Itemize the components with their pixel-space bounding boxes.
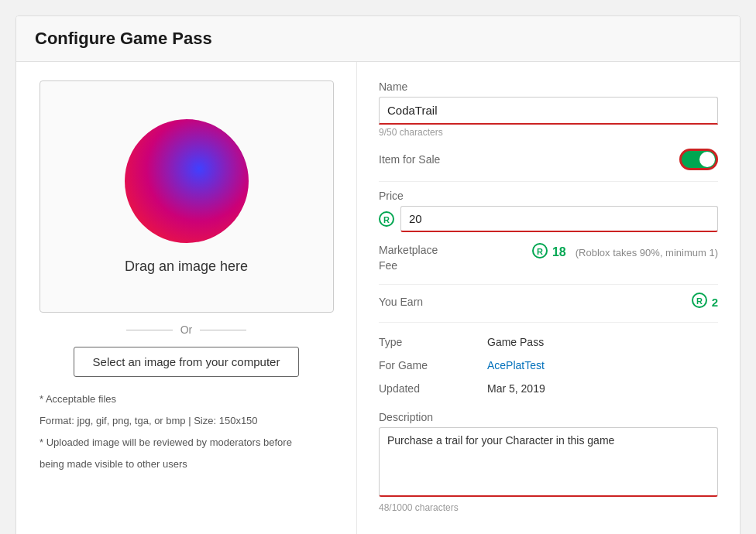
type-label: Type (379, 330, 487, 354)
toggle-knob (699, 152, 715, 167)
image-drop-area[interactable]: Drag an image here (40, 80, 334, 313)
updated-label: Updated (379, 377, 487, 400)
description-char-count: 48/1000 characters (379, 502, 718, 513)
marketplace-fee-row: R 18 (Roblox takes 90%, minimum 1) (532, 243, 718, 262)
file-info-line2: Format: jpg, gif, png, tga, or bmp | Siz… (40, 412, 292, 430)
description-group: Description Purchase a trail for your Ch… (379, 411, 718, 513)
svg-text:R: R (696, 296, 703, 306)
type-value: Game Pass (487, 330, 718, 354)
type-row: Type Game Pass (379, 330, 718, 354)
name-group: Name 9/50 characters (379, 80, 718, 138)
for-game-label: For Game (379, 354, 487, 377)
for-game-value: AcePlatTest (487, 354, 718, 377)
you-earn-value: 2 (712, 296, 718, 309)
configure-game-pass-dialog: Configure Game Pass Drag an image here O… (15, 15, 741, 534)
price-row: R (379, 206, 718, 232)
you-earn-label: You Earn (379, 296, 423, 308)
select-image-button[interactable]: Select an image from your computer (74, 347, 300, 377)
game-link[interactable]: AcePlatTest (487, 359, 545, 371)
left-panel: Drag an image here Or Select an image fr… (16, 62, 357, 534)
file-info: * Acceptable files Format: jpg, gif, png… (40, 391, 292, 478)
dialog-title: Configure Game Pass (35, 29, 721, 49)
for-game-row: For Game AcePlatTest (379, 354, 718, 377)
robux-marketplace-icon: R (532, 243, 548, 262)
file-info-line4: being made visible to other users (40, 456, 292, 473)
name-char-count: 9/50 characters (379, 127, 718, 138)
dialog-header: Configure Game Pass (16, 16, 740, 62)
price-group: Price R (379, 190, 718, 232)
price-label: Price (379, 190, 718, 202)
toggle-wrapper (679, 149, 718, 170)
dialog-body: Drag an image here Or Select an image fr… (16, 62, 740, 534)
or-divider: Or (40, 323, 333, 336)
preview-image (125, 119, 249, 243)
divider3 (379, 322, 718, 323)
file-info-line1: * Acceptable files (40, 391, 292, 408)
marketplace-fee-label: MarketplaceFee (379, 243, 438, 273)
svg-text:R: R (383, 215, 390, 224)
item-for-sale-group: Item for Sale (379, 149, 718, 170)
file-info-line3: * Uploaded image will be reviewed by mod… (40, 434, 292, 451)
updated-row: Updated Mar 5, 2019 (379, 377, 718, 400)
you-earn-group: You Earn R 2 (379, 293, 718, 311)
drag-text: Drag an image here (125, 258, 248, 275)
robux-price-icon: R (379, 211, 394, 227)
marketplace-fee-value: 18 (552, 245, 566, 259)
item-for-sale-label: Item for Sale (379, 153, 440, 166)
right-panel: Name 9/50 characters Item for Sale (357, 62, 740, 534)
price-input[interactable] (400, 206, 718, 232)
svg-text:R: R (537, 247, 543, 256)
divider2 (379, 284, 718, 285)
marketplace-fee-group: MarketplaceFee R 18 (Roblox takes 90%, m… (379, 243, 718, 273)
description-label: Description (379, 411, 718, 423)
info-table: Type Game Pass For Game AcePlatTest Upda… (379, 330, 718, 400)
description-textarea[interactable]: Purchase a trail for your Character in t… (379, 427, 718, 497)
updated-value: Mar 5, 2019 (487, 377, 718, 400)
you-earn-row: R 2 (692, 293, 718, 311)
item-for-sale-row: Item for Sale (379, 149, 718, 170)
or-text: Or (180, 323, 193, 336)
divider1 (379, 181, 718, 182)
name-label: Name (379, 80, 718, 93)
marketplace-fee-note: (Roblox takes 90%, minimum 1) (576, 247, 718, 258)
name-input[interactable] (379, 97, 718, 125)
item-for-sale-toggle[interactable] (679, 149, 718, 170)
robux-earn-icon: R (692, 293, 707, 311)
